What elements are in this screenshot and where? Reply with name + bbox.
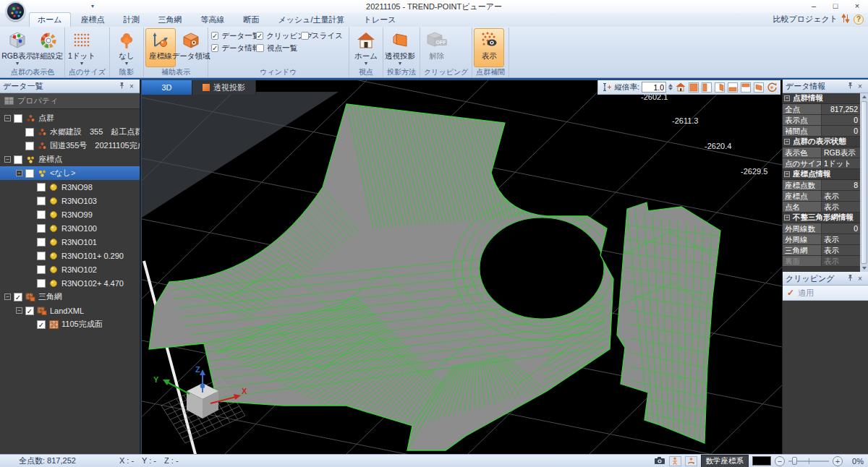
vertical-scale-spinner[interactable] (668, 84, 673, 90)
zoom-in-button[interactable]: + (833, 456, 843, 466)
tree-checkbox[interactable] (25, 169, 34, 178)
orbit-icon[interactable] (766, 82, 777, 93)
vertical-scale-input[interactable] (642, 82, 666, 93)
tree-item-R3NO103[interactable]: R3NO103 (0, 194, 140, 207)
viewport-tab-透視投影[interactable]: 透視投影 (192, 80, 256, 95)
grid-section-header[interactable]: −座標点情報 (783, 169, 860, 180)
background-color-swatch[interactable] (752, 456, 771, 466)
ribbon-button-RGB表示[interactable]: RGB表示▼ (2, 28, 33, 67)
pin-icon[interactable] (116, 82, 127, 90)
tree-checkbox[interactable] (37, 279, 46, 288)
tree-item-R3NO101[interactable]: R3NO101 (0, 235, 140, 249)
3d-viewport[interactable]: XYZ-2602.1-2611.3-2620.4-2629.5 3D透視投影 縦… (141, 80, 781, 455)
ribbon-button-なし[interactable]: なし▼ (111, 28, 142, 67)
grid-section-header[interactable]: −不整三角形網情報 (783, 213, 860, 223)
ribbon-button-詳細設定[interactable]: 詳細設定 (33, 28, 63, 67)
checkbox-icon[interactable] (256, 32, 263, 40)
tree-checkbox[interactable] (25, 142, 34, 150)
ribbon-tab-トレース[interactable]: トレース (355, 12, 405, 27)
help-icon[interactable]: ? (854, 14, 864, 25)
ribbon-button-ホーム[interactable]: ホーム▼ (351, 28, 381, 67)
scroll-up-icon[interactable] (862, 95, 867, 98)
viewport-tab-3D[interactable]: 3D (142, 80, 192, 95)
view-left-icon[interactable] (727, 82, 738, 93)
tree-checkbox[interactable] (37, 265, 46, 274)
zoom-slider[interactable] (788, 456, 829, 466)
tree-checkbox[interactable] (37, 320, 46, 329)
tree-item-LandXML[interactable]: −LandXML (0, 304, 140, 317)
ribbon-tab-ホーム[interactable]: ホーム (29, 12, 71, 27)
tree-item-R3NO99[interactable]: R3NO99 (0, 207, 140, 221)
collapse-icon[interactable]: − (784, 215, 790, 220)
tree-checkbox[interactable] (14, 155, 22, 164)
scroll-thumb[interactable] (861, 101, 867, 264)
checkbox-icon[interactable] (211, 32, 218, 40)
checkbox-icon[interactable] (256, 44, 264, 52)
tree-item-座標点[interactable]: −座標点 (0, 153, 140, 166)
view-right-icon[interactable] (714, 82, 725, 93)
tree-item-R3NO102+ 4.470[interactable]: R3NO102+ 4.470 (0, 276, 140, 290)
compare-updown-icon[interactable] (841, 14, 850, 25)
ribbon-checkbox-クリッピング[interactable]: クリッピング (256, 30, 301, 42)
tree-checkbox[interactable] (37, 224, 46, 233)
pin-icon[interactable] (845, 274, 855, 283)
tree-expander-icon[interactable]: − (4, 294, 11, 300)
tree-item-点群[interactable]: −点群 (0, 111, 140, 125)
app-logo-icon[interactable] (6, 1, 25, 21)
walkthrough-icon[interactable] (669, 456, 681, 466)
view-home-icon[interactable] (675, 82, 686, 93)
apply-button[interactable]: 適用 (798, 288, 814, 299)
tree-checkbox[interactable] (37, 238, 46, 247)
collapse-icon[interactable]: − (784, 139, 790, 145)
ribbon-checkbox-データ一覧[interactable]: データ一覧 (211, 30, 256, 42)
view-bottom-icon[interactable] (753, 82, 764, 93)
tree-checkbox[interactable] (14, 293, 22, 301)
maximize-button[interactable]: □ (825, 0, 846, 13)
ribbon-tab-三角網[interactable]: 三角網 (150, 12, 191, 27)
tree-item-1105完成面[interactable]: 1105完成面 (0, 317, 140, 331)
ribbon-tab-メッシュ/土量計算[interactable]: メッシュ/土量計算 (270, 12, 354, 27)
ribbon-checkbox-視点一覧[interactable]: 視点一覧 (256, 42, 301, 54)
ribbon-tab-計測[interactable]: 計測 (115, 12, 148, 27)
tree-item-R3NO101+ 0.290[interactable]: R3NO101+ 0.290 (0, 249, 140, 262)
ribbon-checkbox-スライス[interactable]: スライス (301, 30, 346, 42)
pin-icon[interactable] (845, 82, 855, 90)
view-front-icon[interactable] (701, 82, 712, 93)
close-panel-icon[interactable]: × (127, 82, 137, 90)
tree-checkbox[interactable] (37, 183, 46, 192)
tree-item-<なし>[interactable]: −<なし> (0, 166, 140, 180)
grid-section-header[interactable]: −点群情報 (783, 93, 860, 104)
compare-project-label[interactable]: 比較プロジェクト (773, 14, 838, 25)
tree-checkbox[interactable] (37, 197, 46, 205)
orbit-mode-icon[interactable] (685, 456, 697, 466)
zoom-out-button[interactable]: − (775, 456, 785, 466)
ribbon-button-透視投影[interactable]: 透視投影▼ (385, 28, 415, 67)
zoom-slider-thumb[interactable] (792, 457, 797, 465)
checkbox-icon[interactable] (301, 32, 309, 40)
tree-checkbox[interactable] (37, 210, 46, 219)
scroll-down-icon[interactable] (862, 267, 867, 270)
tree-item-R3NO98[interactable]: R3NO98 (0, 180, 140, 194)
close-panel-icon[interactable]: × (855, 82, 865, 90)
view-back-icon[interactable] (740, 82, 751, 93)
close-button[interactable]: × (846, 0, 868, 13)
ribbon-checkbox-データ情報[interactable]: データ情報 (211, 42, 256, 54)
grid-section-header[interactable]: −点群の表示状態 (783, 137, 860, 147)
coordinate-system-button[interactable]: 数学座標系 (701, 455, 749, 467)
camera-icon[interactable] (654, 456, 665, 466)
collapse-icon[interactable]: − (784, 171, 790, 177)
3d-canvas[interactable]: XYZ-2602.1-2611.3-2620.4-2629.5 (142, 80, 782, 456)
close-panel-icon[interactable]: × (855, 275, 865, 283)
tree-item-三角網[interactable]: −三角網 (0, 290, 140, 304)
tree-item-国道355号 20211105完成面[interactable]: 国道355号 20211105完成面 (0, 139, 140, 153)
quick-access-caret-icon[interactable]: ▾ (91, 3, 94, 9)
view-top-icon[interactable] (688, 82, 699, 93)
tree-expander-icon[interactable]: − (16, 170, 22, 176)
data-info-scrollbar[interactable] (860, 93, 868, 272)
minimize-button[interactable]: – (803, 0, 825, 13)
tree-checkbox[interactable] (25, 128, 34, 137)
ribbon-tab-等高線[interactable]: 等高線 (192, 12, 234, 27)
ribbon-tab-座標点[interactable]: 座標点 (72, 12, 114, 27)
ribbon-tab-断面[interactable]: 断面 (235, 12, 268, 27)
tree-expander-icon[interactable]: − (16, 307, 22, 314)
